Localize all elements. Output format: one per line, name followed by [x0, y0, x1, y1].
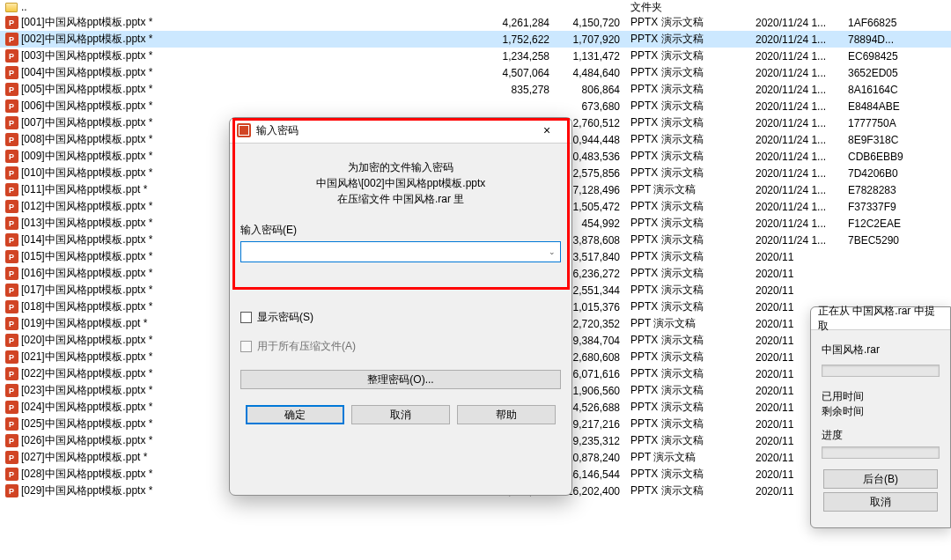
chevron-down-icon[interactable]: ⌄: [544, 242, 560, 262]
progress-title[interactable]: 正在从 中国风格.rar 中提取: [811, 307, 950, 330]
password-label: 输入密码(E): [240, 223, 561, 238]
file-type: PPTX 演示文稿: [627, 483, 752, 498]
file-type: PPTX 演示文稿: [627, 216, 752, 231]
file-row[interactable]: [004]中国风格ppt模板.pptx *4,507,0644,484,640P…: [0, 64, 951, 81]
file-date: 2020/11/24 1...: [752, 234, 844, 247]
file-size: 4,507,064: [486, 67, 557, 79]
use-all-checkbox: 用于所有压缩文件(A): [240, 339, 561, 354]
file-type: PPTX 演示文稿: [627, 32, 752, 47]
pptx-icon: [4, 250, 19, 263]
file-date: 2020/11: [752, 251, 844, 263]
file-type: PPTX 演示文稿: [627, 115, 752, 130]
pptx-icon: [4, 350, 19, 364]
file-crc: 1777750A: [844, 117, 950, 129]
pptx-icon: [4, 183, 19, 196]
show-password-checkbox[interactable]: 显示密码(S): [240, 310, 561, 325]
manage-passwords-button[interactable]: 整理密码(O)...: [240, 370, 561, 389]
dialog-message: 为加密的文件输入密码 中国风格\[002]中国风格ppt模板.pptx 在压缩文…: [240, 159, 561, 207]
file-type: PPTX 演示文稿: [627, 350, 752, 365]
folder-type: 文件夹: [627, 0, 752, 15]
file-date: 2020/11/24 1...: [752, 217, 844, 230]
pptx-icon: [4, 66, 19, 79]
file-type: PPTX 演示文稿: [627, 65, 752, 80]
file-size: 4,261,284: [486, 17, 557, 29]
file-row[interactable]: [005]中国风格ppt模板.pptx *835,278806,864PPTX …: [0, 81, 951, 98]
file-row[interactable]: [001]中国风格ppt模板.pptx *4,261,2844,150,720P…: [0, 14, 951, 31]
file-date: 2020/11: [752, 268, 844, 280]
pptx-icon: [4, 217, 19, 230]
help-button[interactable]: 帮助: [457, 405, 556, 424]
file-type: PPT 演示文稿: [627, 450, 752, 465]
file-progress-bar: [822, 365, 940, 377]
file-crc: E8484ABE: [844, 100, 950, 113]
cancel-button[interactable]: 取消: [351, 405, 450, 424]
elapsed-label: 已用时间: [822, 389, 940, 404]
pptx-icon: [4, 166, 19, 180]
file-name: [004]中国风格ppt模板.pptx *: [19, 65, 486, 80]
file-type: PPTX 演示文稿: [627, 283, 752, 298]
file-packed: 806,864: [557, 84, 627, 96]
file-packed: 1,131,472: [557, 50, 627, 63]
file-row[interactable]: [003]中国风格ppt模板.pptx *1,234,2581,131,472P…: [0, 48, 951, 64]
file-date: 2020/11/24 1...: [752, 151, 844, 163]
pptx-icon: [4, 200, 19, 213]
file-type: PPTX 演示文稿: [627, 299, 752, 314]
file-date: 2020/11/24 1...: [752, 134, 844, 146]
file-packed: 4,484,640: [557, 67, 627, 79]
file-type: PPTX 演示文稿: [627, 366, 752, 381]
dialog-title: 输入密码: [256, 123, 529, 138]
progress-label: 进度: [822, 428, 940, 443]
pptx-icon: [4, 49, 19, 63]
parent-folder-row[interactable]: .. 文件夹: [0, 0, 951, 14]
progress-cancel-button[interactable]: 取消: [823, 492, 938, 512]
pptx-icon: [4, 116, 19, 129]
file-packed: 673,680: [557, 100, 627, 113]
pptx-icon: [4, 99, 19, 113]
file-type: PPTX 演示文稿: [627, 333, 752, 348]
file-crc: E7828283: [844, 184, 950, 196]
file-type: PPTX 演示文稿: [627, 467, 752, 482]
file-date: 2020/11/24 1...: [752, 201, 844, 213]
close-icon[interactable]: ×: [529, 119, 564, 142]
file-date: 2020/11/24 1...: [752, 100, 844, 113]
file-date: 2020/11/24 1...: [752, 50, 844, 63]
file-type: PPTX 演示文稿: [627, 149, 752, 164]
checkbox-icon: [240, 312, 252, 323]
file-crc: 78894D...: [844, 33, 950, 46]
folder-icon: [4, 3, 19, 12]
file-row[interactable]: [002]中国风格ppt模板.pptx *1,752,6221,707,920P…: [0, 31, 951, 48]
file-row[interactable]: [006]中国风格ppt模板.pptx *673,680PPTX 演示文稿202…: [0, 98, 951, 114]
file-date: 2020/11/24 1...: [752, 84, 844, 96]
file-type: PPT 演示文稿: [627, 182, 752, 197]
file-name: [006]中国风格ppt模板.pptx *: [19, 99, 486, 114]
pptx-icon: [4, 434, 19, 447]
background-button[interactable]: 后台(B): [823, 469, 938, 489]
file-crc: 7D4206B0: [844, 167, 950, 180]
total-progress-bar: [822, 446, 940, 459]
file-type: PPTX 演示文稿: [627, 15, 752, 30]
file-type: PPT 演示文稿: [627, 316, 752, 331]
file-crc: 8E9F318C: [844, 134, 950, 146]
pptx-icon: [4, 468, 19, 481]
ok-button[interactable]: 确定: [246, 405, 344, 424]
pptx-icon: [4, 334, 19, 347]
pptx-icon: [4, 451, 19, 464]
parent-name: ..: [19, 1, 486, 13]
file-date: 2020/11: [752, 284, 844, 297]
file-type: PPTX 演示文稿: [627, 249, 752, 264]
dialog-titlebar[interactable]: 输入密码 ×: [230, 118, 571, 144]
pptx-icon: [4, 300, 19, 313]
pptx-icon: [4, 401, 19, 414]
password-dialog: 输入密码 × 为加密的文件输入密码 中国风格\[002]中国风格ppt模板.pp…: [229, 117, 572, 496]
password-input[interactable]: [240, 241, 561, 262]
pptx-icon: [4, 133, 19, 146]
pptx-icon: [4, 233, 19, 247]
file-type: PPTX 演示文稿: [627, 232, 752, 247]
file-name: [001]中国风格ppt模板.pptx *: [19, 15, 486, 30]
file-crc: 8A16164C: [844, 84, 950, 96]
checkbox-icon: [240, 341, 252, 352]
file-date: 2020/11/24 1...: [752, 184, 844, 196]
pptx-icon: [4, 267, 19, 280]
file-date: 2020/11/24 1...: [752, 167, 844, 180]
pptx-icon: [4, 83, 19, 96]
